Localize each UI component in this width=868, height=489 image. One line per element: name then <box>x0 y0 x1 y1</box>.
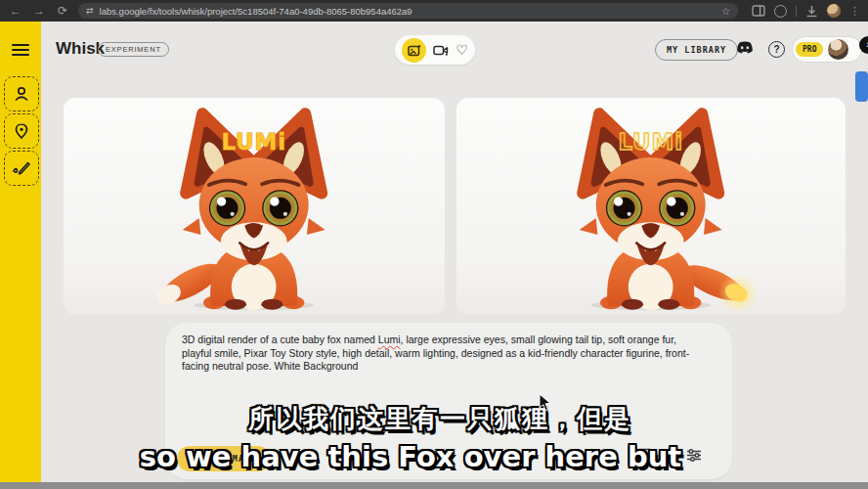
browser-actions: ⋮ <box>752 4 860 18</box>
video-mode-button[interactable] <box>433 44 449 57</box>
sidebar-item-location[interactable] <box>4 113 39 149</box>
person-icon <box>13 85 30 103</box>
fox-name-lettering: LUMi <box>619 129 683 155</box>
pro-badge: PRO <box>796 42 823 57</box>
sidebar-item-style[interactable] <box>4 151 39 186</box>
subtitle-chinese: 所以我们这里有一只狐狸，但是 <box>248 402 631 436</box>
side-rail <box>0 22 41 482</box>
bookmark-star-icon[interactable]: ☆ <box>721 6 730 17</box>
back-icon[interactable]: ← <box>8 0 23 22</box>
prompt-text-before: 3D digital render of a cute baby fox nam… <box>182 333 378 345</box>
side-panel-icon[interactable] <box>752 5 765 17</box>
prompt-name-word: Lumi <box>378 333 401 345</box>
browser-menu-icon[interactable]: ⋮ <box>849 5 860 18</box>
letterbox-strip <box>0 482 868 489</box>
image-mode-button[interactable] <box>402 38 426 63</box>
fox-image-outline-lumi: LUMi <box>518 104 783 311</box>
generated-image-2[interactable]: LUMi <box>456 98 846 315</box>
menu-hamburger-icon[interactable] <box>12 44 29 56</box>
scribble-pencil-icon <box>12 159 31 177</box>
mode-switcher: ♡ <box>395 35 475 65</box>
sidebar-item-character[interactable] <box>4 76 39 111</box>
user-avatar[interactable] <box>828 39 848 60</box>
discord-icon <box>735 41 755 56</box>
settings-button[interactable] <box>686 448 702 467</box>
extension-icon[interactable] <box>774 5 787 18</box>
tune-sliders-icon <box>686 448 702 463</box>
site-info-icon[interactable]: ⇄ <box>86 6 94 16</box>
experiment-badge: EXPERIMENT <box>98 42 169 57</box>
toolbar-divider <box>796 6 797 17</box>
location-pin-icon <box>13 122 30 140</box>
whisk-app-screen: ← → ⟳ ⇄ labs.google/fx/tools/whisk/proje… <box>0 0 868 489</box>
reload-icon[interactable]: ⟳ <box>55 0 70 22</box>
subtitle-english: so we have this Fox over here but <box>140 440 681 473</box>
video-camera-icon <box>433 44 449 57</box>
image-icon <box>408 44 421 57</box>
my-library-button[interactable]: MY LIBRARY <box>655 39 738 61</box>
browser-profile-avatar[interactable] <box>827 4 841 18</box>
fox-image-solid-lumi: LUMi <box>121 104 386 311</box>
browser-toolbar: ← → ⟳ ⇄ labs.google/fx/tools/whisk/proje… <box>0 0 868 22</box>
discord-button[interactable] <box>735 41 755 60</box>
mouse-cursor <box>539 393 552 413</box>
forward-icon[interactable]: → <box>31 0 47 22</box>
help-button[interactable]: ? <box>768 41 785 58</box>
account-pill[interactable]: PRO <box>792 36 862 63</box>
generated-image-1[interactable]: LUMi <box>64 98 445 315</box>
prompt-textarea[interactable]: 3D digital render of a cute baby fox nam… <box>182 333 699 374</box>
scrollbar-thumb[interactable] <box>855 71 868 102</box>
fox-name-lettering: LUMi <box>222 129 286 155</box>
address-bar[interactable]: ⇄ labs.google/fx/tools/whisk/project/5c1… <box>78 3 738 19</box>
url-text: labs.google/fx/tools/whisk/project/5c185… <box>100 6 412 17</box>
download-icon[interactable] <box>805 5 818 18</box>
favorites-button[interactable]: ♡ <box>456 43 468 57</box>
